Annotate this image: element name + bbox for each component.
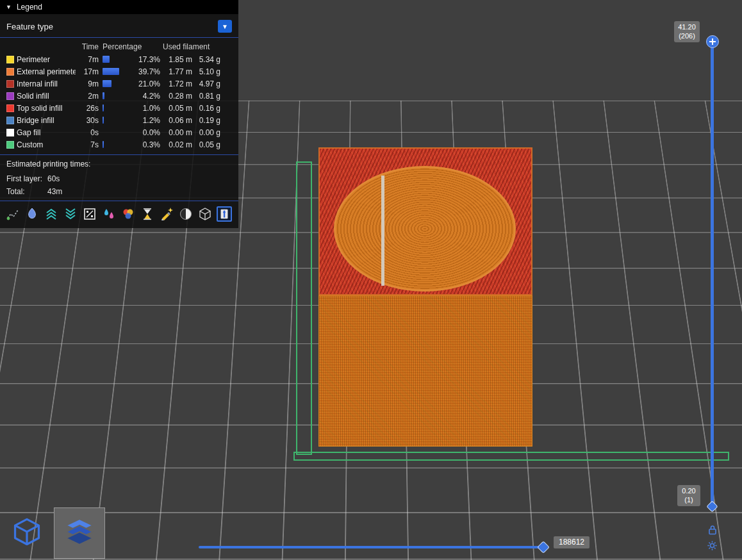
- feature-filament-length: 1.85 m: [163, 55, 192, 64]
- 3d-view-button[interactable]: [1, 507, 53, 559]
- feature-time: 26s: [78, 104, 99, 113]
- legend-title: Legend: [17, 3, 42, 12]
- deretractions-icon[interactable]: [44, 206, 59, 222]
- feature-percentage-bar: [101, 92, 132, 99]
- feature-row: Bridge infill 30s 1.2% 0.06 m 0.19 g: [0, 114, 238, 126]
- printed-object: [318, 147, 532, 447]
- feature-name: Bridge infill: [17, 116, 76, 125]
- object-solid-region: [318, 295, 532, 447]
- legend-grid-icon[interactable]: [82, 206, 97, 222]
- move-value-label: 188612: [554, 536, 589, 548]
- feature-name: Perimeter: [17, 55, 76, 64]
- feature-filament-length: 0.06 m: [163, 116, 192, 125]
- feature-filament-length: 0.02 m: [163, 140, 192, 149]
- object-ellipse-surface: [334, 166, 516, 292]
- feature-filament-weight: 5.34 g: [195, 55, 220, 64]
- custom-gcode-icon[interactable]: [159, 206, 174, 222]
- feature-row: Gap fill 0s 0.0% 0.00 m 0.00 g: [0, 126, 238, 138]
- feature-filament-length: 1.72 m: [163, 79, 192, 88]
- feature-percentage-bar: [101, 56, 132, 63]
- feature-filament-weight: 0.00 g: [195, 128, 220, 137]
- feature-name: Gap fill: [17, 128, 76, 137]
- lock-icon[interactable]: [708, 525, 717, 538]
- layers-icon: [62, 515, 97, 552]
- feature-filament-length: 0.05 m: [163, 104, 192, 113]
- total-time-row: Total: 43m: [0, 185, 238, 198]
- feature-row: Perimeter 7m 17.3% 1.85 m 5.34 g: [0, 53, 238, 65]
- feature-percentage: 39.7%: [135, 67, 160, 76]
- preview-view-button[interactable]: [54, 507, 105, 559]
- feature-color-swatch: [6, 117, 14, 124]
- feature-time: 2m: [78, 92, 99, 101]
- feature-row: Internal infill 9m 21.0% 1.72 m 4.97 g: [0, 78, 238, 90]
- object-infill-region: [318, 147, 532, 295]
- feature-filament-length: 0.00 m: [163, 128, 192, 137]
- feature-color-swatch: [6, 56, 14, 63]
- travel-icon[interactable]: [5, 206, 21, 222]
- feature-percentage-bar: [101, 80, 132, 87]
- feature-time: 0s: [78, 128, 99, 137]
- feature-name: Top solid infill: [17, 104, 76, 113]
- feature-name: Custom: [17, 140, 76, 149]
- horizontal-move-slider[interactable]: [199, 546, 545, 548]
- estimated-times-title: Estimated printing times:: [0, 155, 238, 172]
- feature-color-swatch: [6, 141, 14, 149]
- gcode-preview-window: ▼ Legend Feature type ▼ Time Percentage …: [0, 0, 742, 560]
- feature-type-row: Feature type ▼: [0, 14, 238, 38]
- feature-filament-weight: 4.97 g: [195, 79, 220, 88]
- feature-type-label: Feature type: [6, 22, 53, 31]
- tool-marker-icon[interactable]: [178, 206, 194, 222]
- feature-name: Internal infill: [17, 79, 76, 88]
- gear-icon[interactable]: [706, 539, 718, 554]
- estimated-time-icon[interactable]: [140, 206, 155, 222]
- custom-outline-vertical: [296, 161, 312, 455]
- vertical-layer-slider[interactable]: [711, 46, 714, 506]
- feature-percentage: 0.3%: [135, 140, 160, 149]
- feature-filament-weight: 0.16 g: [195, 104, 220, 113]
- column-time: Time: [78, 42, 99, 51]
- feature-type-dropdown-button[interactable]: ▼: [218, 20, 232, 33]
- feature-filament-length: 0.28 m: [163, 92, 192, 101]
- wireframe-cube-icon[interactable]: [197, 206, 213, 222]
- feature-filament-weight: 0.05 g: [195, 140, 220, 149]
- cube-3d-icon: [11, 516, 43, 550]
- feature-color-swatch: [6, 129, 14, 136]
- feature-table-header: Time Percentage Used filament: [0, 40, 238, 53]
- color-changes-icon[interactable]: [120, 206, 136, 222]
- feature-row: Custom 7s 0.3% 0.02 m 0.05 g: [0, 138, 238, 151]
- slider-marker-icon[interactable]: [217, 206, 232, 222]
- feature-percentage-bar: [101, 117, 132, 124]
- feature-filament-length: 1.77 m: [163, 67, 192, 76]
- feature-percentage-bar: [101, 129, 132, 136]
- legend-titlebar[interactable]: ▼ Legend: [0, 0, 238, 14]
- vertical-slider-top-thumb[interactable]: [706, 35, 719, 48]
- legend-toolbar: [0, 201, 238, 228]
- view-toolbar: [1, 507, 105, 559]
- chevron-down-icon: ▼: [222, 23, 228, 30]
- feature-percentage: 4.2%: [135, 92, 160, 101]
- feature-filament-weight: 0.19 g: [195, 116, 220, 125]
- layer-top-label: 41.20 (206): [674, 21, 700, 42]
- retractions-icon[interactable]: [63, 206, 78, 222]
- legend-panel: ▼ Legend Feature type ▼ Time Percentage …: [0, 0, 238, 228]
- feature-table-body: Perimeter 7m 17.3% 1.85 m 5.34 g Externa…: [0, 53, 238, 151]
- feature-percentage: 0.0%: [135, 128, 160, 137]
- feature-percentage: 21.0%: [135, 79, 160, 88]
- object-seam-line: [381, 176, 384, 286]
- feature-time: 30s: [78, 116, 99, 125]
- column-percentage: Percentage: [101, 42, 160, 51]
- total-value: 43m: [47, 187, 62, 196]
- feature-color-swatch: [6, 80, 14, 88]
- feature-time: 17m: [78, 67, 99, 76]
- seams-icon[interactable]: [101, 206, 117, 222]
- feature-color-swatch: [6, 68, 14, 76]
- feature-percentage-bar: [101, 68, 132, 75]
- shells-icon[interactable]: [24, 206, 40, 222]
- first-layer-label: First layer:: [6, 174, 47, 183]
- feature-row: External perimeter 17m 39.7% 1.77 m 5.10…: [0, 65, 238, 78]
- feature-percentage: 1.2%: [135, 116, 160, 125]
- layer-bottom-label: 0.20 (1): [677, 485, 700, 506]
- feature-time: 9m: [78, 79, 99, 88]
- total-label: Total:: [6, 187, 47, 196]
- triangle-down-icon: ▼: [6, 4, 12, 10]
